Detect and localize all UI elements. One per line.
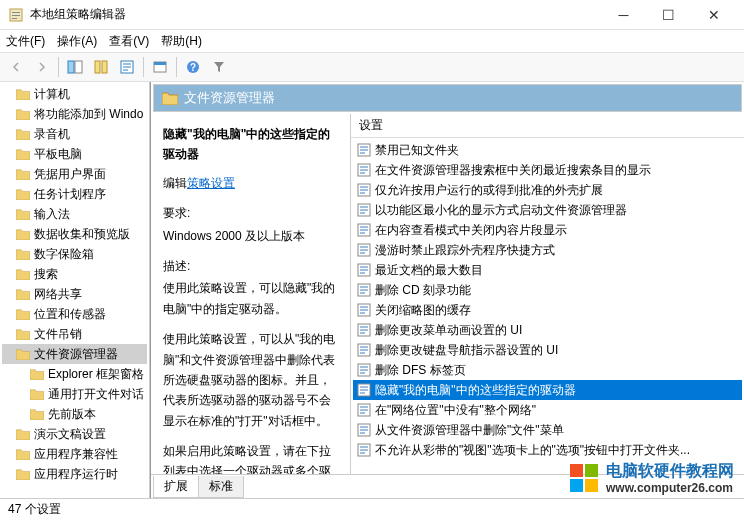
navigation-tree[interactable]: 计算机将功能添加到 Windo录音机平板电脑凭据用户界面任务计划程序输入法数据收… — [0, 82, 150, 498]
policy-icon — [357, 203, 371, 217]
tree-item[interactable]: 应用程序运行时 — [2, 464, 147, 484]
setting-label: 漫游时禁止跟踪外壳程序快捷方式 — [375, 242, 555, 259]
menu-file[interactable]: 文件(F) — [6, 33, 45, 50]
tree-item[interactable]: 录音机 — [2, 124, 147, 144]
filter-icon[interactable] — [207, 55, 231, 79]
tree-item-label: 将功能添加到 Windo — [34, 106, 143, 123]
tree-item[interactable]: 数据收集和预览版 — [2, 224, 147, 244]
tree-item[interactable]: 任务计划程序 — [2, 184, 147, 204]
setting-item[interactable]: 仅允许按用户运行的或得到批准的外壳扩展 — [353, 180, 742, 200]
tab-standard[interactable]: 标准 — [198, 476, 244, 498]
tree-item[interactable]: 凭据用户界面 — [2, 164, 147, 184]
help-button[interactable]: ? — [181, 55, 205, 79]
setting-item[interactable]: 在文件资源管理器搜索框中关闭最近搜索条目的显示 — [353, 160, 742, 180]
tree-item-label: 通用打开文件对话 — [48, 386, 144, 403]
tab-extended[interactable]: 扩展 — [153, 476, 199, 498]
setting-item[interactable]: 以功能区最小化的显示方式启动文件资源管理器 — [353, 200, 742, 220]
tree-item[interactable]: Explorer 框架窗格 — [2, 364, 147, 384]
policy-icon — [357, 283, 371, 297]
tree-item[interactable]: 数字保险箱 — [2, 244, 147, 264]
policy-icon — [357, 163, 371, 177]
tree-item[interactable]: 应用程序兼容性 — [2, 444, 147, 464]
policy-icon — [357, 343, 371, 357]
filter-button[interactable] — [115, 55, 139, 79]
tree-item[interactable]: 网络共享 — [2, 284, 147, 304]
setting-label: 禁用已知文件夹 — [375, 142, 459, 159]
setting-item[interactable]: 在"网络位置"中没有"整个网络" — [353, 400, 742, 420]
menu-action[interactable]: 操作(A) — [57, 33, 97, 50]
setting-item[interactable]: 从文件资源管理器中删除"文件"菜单 — [353, 420, 742, 440]
folder-icon — [162, 91, 178, 105]
setting-item[interactable]: 最近文档的最大数目 — [353, 260, 742, 280]
folder-icon — [16, 468, 30, 480]
tree-item[interactable]: 平板电脑 — [2, 144, 147, 164]
setting-item[interactable]: 删除更改菜单动画设置的 UI — [353, 320, 742, 340]
content-header: 文件资源管理器 — [153, 84, 742, 112]
tree-item-label: 应用程序运行时 — [34, 466, 118, 483]
tree-item[interactable]: 计算机 — [2, 84, 147, 104]
forward-button[interactable] — [30, 55, 54, 79]
folder-icon — [16, 88, 30, 100]
policy-icon — [357, 363, 371, 377]
tree-item[interactable]: 先前版本 — [2, 404, 147, 424]
tree-item[interactable]: 通用打开文件对话 — [2, 384, 147, 404]
tree-item[interactable]: 将功能添加到 Windo — [2, 104, 147, 124]
menu-view[interactable]: 查看(V) — [109, 33, 149, 50]
folder-icon — [30, 408, 44, 420]
tree-item[interactable]: 输入法 — [2, 204, 147, 224]
folder-icon — [16, 188, 30, 200]
close-button[interactable]: ✕ — [691, 1, 736, 29]
tree-item-label: 先前版本 — [48, 406, 96, 423]
svg-rect-6 — [95, 61, 100, 73]
folder-icon — [16, 128, 30, 140]
folder-icon — [16, 328, 30, 340]
folder-icon — [16, 428, 30, 440]
setting-item[interactable]: 隐藏"我的电脑"中的这些指定的驱动器 — [353, 380, 742, 400]
minimize-button[interactable]: ─ — [601, 1, 646, 29]
maximize-button[interactable]: ☐ — [646, 1, 691, 29]
toolbar: ? — [0, 52, 744, 82]
setting-item[interactable]: 不允许从彩带的"视图"选项卡上的"选项"按钮中打开文件夹... — [353, 440, 742, 460]
folder-icon — [16, 308, 30, 320]
menu-help[interactable]: 帮助(H) — [161, 33, 202, 50]
setting-label: 在"网络位置"中没有"整个网络" — [375, 402, 536, 419]
settings-column-header[interactable]: 设置 — [351, 114, 744, 138]
setting-label: 不允许从彩带的"视图"选项卡上的"选项"按钮中打开文件夹... — [375, 442, 690, 459]
setting-item[interactable]: 删除 DFS 标签页 — [353, 360, 742, 380]
svg-rect-2 — [12, 15, 20, 16]
tree-item[interactable]: 文件吊销 — [2, 324, 147, 344]
policy-icon — [357, 423, 371, 437]
item-count: 47 个设置 — [8, 501, 61, 518]
tree-item[interactable]: 位置和传感器 — [2, 304, 147, 324]
svg-rect-4 — [68, 61, 74, 73]
tree-item-label: 计算机 — [34, 86, 70, 103]
svg-rect-7 — [102, 61, 107, 73]
tree-item[interactable]: 文件资源管理器 — [2, 344, 147, 364]
setting-item[interactable]: 漫游时禁止跟踪外壳程序快捷方式 — [353, 240, 742, 260]
settings-list[interactable]: 禁用已知文件夹在文件资源管理器搜索框中关闭最近搜索条目的显示仅允许按用户运行的或… — [351, 138, 744, 474]
properties-button[interactable] — [148, 55, 172, 79]
policy-icon — [357, 403, 371, 417]
tree-item-label: 数字保险箱 — [34, 246, 94, 263]
policy-icon — [357, 143, 371, 157]
tree-item[interactable]: 搜索 — [2, 264, 147, 284]
tree-item-label: 搜索 — [34, 266, 58, 283]
edit-policy-link[interactable]: 策略设置 — [187, 176, 235, 190]
tree-item[interactable]: 演示文稿设置 — [2, 424, 147, 444]
setting-item[interactable]: 在内容查看模式中关闭内容片段显示 — [353, 220, 742, 240]
setting-item[interactable]: 禁用已知文件夹 — [353, 140, 742, 160]
desc-p3: 如果启用此策略设置，请在下拉列表中选择一个驱动器或多个驱动器的组合。 — [163, 441, 338, 474]
svg-rect-3 — [12, 18, 17, 19]
show-hide-button[interactable] — [63, 55, 87, 79]
requirements-value: Windows 2000 及以上版本 — [163, 226, 338, 246]
svg-rect-1 — [12, 12, 20, 13]
setting-item[interactable]: 删除 CD 刻录功能 — [353, 280, 742, 300]
edit-label: 编辑 — [163, 176, 187, 190]
back-button[interactable] — [4, 55, 28, 79]
export-button[interactable] — [89, 55, 113, 79]
desc-p2: 使用此策略设置，可以从"我的电脑"和文件资源管理器中删除代表所选硬盘驱动器的图标… — [163, 329, 338, 431]
description-panel: 隐藏"我的电脑"中的这些指定的驱动器 编辑策略设置 要求: Windows 20… — [151, 114, 351, 474]
setting-item[interactable]: 关闭缩略图的缓存 — [353, 300, 742, 320]
setting-item[interactable]: 删除更改键盘导航指示器设置的 UI — [353, 340, 742, 360]
statusbar: 47 个设置 — [0, 498, 744, 520]
